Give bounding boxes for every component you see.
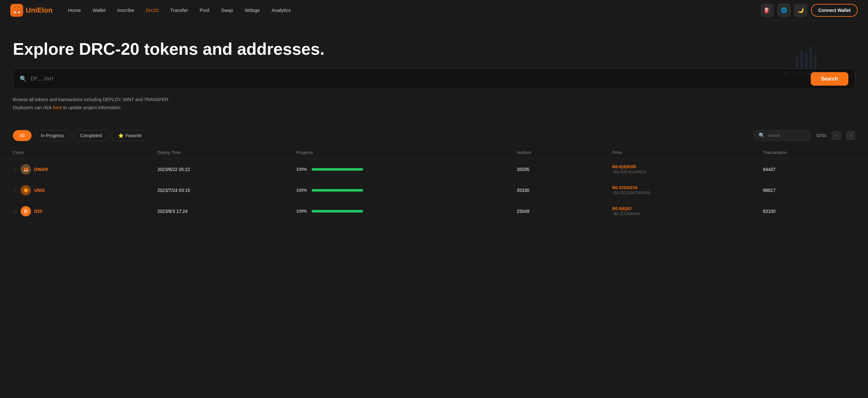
table-row: ☆ D D20 2023/6/3 17:24 100% 25049 Đ0.0{6… <box>0 201 868 221</box>
deploy-time-1: 2023/7/24 03:15 <box>145 180 283 201</box>
filter-all[interactable]: All <box>13 130 32 141</box>
filter-completed[interactable]: Completed <box>73 130 109 141</box>
filter-favorite[interactable]: ⭐ Favorite <box>112 130 149 141</box>
price-secondary-2: ≈$0.0{7}498469 <box>612 212 737 216</box>
prev-page-button[interactable]: ‹ <box>832 131 841 140</box>
pagination-info: 52/01 <box>816 133 827 138</box>
col-deploy-time: Deploy Time <box>145 146 283 159</box>
col-progress: Progress <box>283 146 504 159</box>
favorite-star-1[interactable]: ☆ <box>13 187 18 193</box>
col-coins: Coins <box>0 146 145 159</box>
deploy-time-2: 2023/6/3 17:24 <box>145 201 283 221</box>
coin-avatar-2: D <box>21 206 31 216</box>
progress-bar-0 <box>312 168 363 171</box>
col-transactions: Transactions <box>750 146 868 159</box>
logo-text: UniElon <box>26 6 53 14</box>
hero-title: Explore DRC-20 tokens and addresses. <box>13 40 855 58</box>
progress-cell-1: 100% <box>283 180 504 201</box>
watermark-bar <box>800 50 803 69</box>
watermark-bar <box>814 54 816 69</box>
star-icon: ⭐ <box>118 133 124 138</box>
col-holders: Holders <box>504 146 599 159</box>
progress-pct-2: 100% <box>296 209 308 213</box>
progress-fill-1 <box>312 189 363 192</box>
hero-desc-line1: Browse all tokens and transactions inclu… <box>13 96 855 104</box>
table-row: ☆ 🔶 UNIX 2023/7/24 03:15 100% 35330 Đ0.0… <box>0 180 868 201</box>
nav-drc20[interactable]: Drc20 <box>141 5 164 16</box>
price-secondary-1: ≈$0.00228587304088 <box>612 191 737 195</box>
logo[interactable]: 🦊 UniElon <box>10 4 53 17</box>
watermark-bar <box>796 56 799 69</box>
price-primary-1: Đ0.02530216 <box>612 185 737 190</box>
price-secondary-0: ≈$0.0{5}741264315 <box>612 170 737 174</box>
holders-0: 35595 <box>504 159 599 180</box>
token-table: Coins Deploy Time Progress Holders Price… <box>0 146 868 222</box>
filter-search-input[interactable] <box>768 133 806 138</box>
coin-cell-2: ☆ D D20 <box>0 201 145 221</box>
nav-pool[interactable]: Pool <box>194 5 214 16</box>
filter-in-progress[interactable]: In-Progress <box>34 130 71 141</box>
price-primary-0: Đ0.0{4}8205 <box>612 164 737 169</box>
navbar: 🦊 UniElon Home Wallet Inscribe Drc20 Tra… <box>0 0 868 21</box>
progress-bar-1 <box>312 189 363 192</box>
coin-avatar-0: 🦊 <box>21 164 31 175</box>
filter-search-box: 🔍 <box>754 130 811 141</box>
deploy-time-0: 2023/6/22 05:22 <box>145 159 283 180</box>
search-bar: 🔍 Search <box>13 69 855 89</box>
holders-1: 35330 <box>504 180 599 201</box>
coin-name-1[interactable]: UNIX <box>34 188 45 193</box>
price-cell-2: Đ0.0{6}83 ≈$0.0{7}498469 <box>599 201 750 221</box>
search-icon: 🔍 <box>20 75 27 83</box>
transactions-2: 63100 <box>750 201 868 221</box>
search-input[interactable] <box>31 76 811 82</box>
nav-transfer[interactable]: Transfer <box>165 5 193 16</box>
progress-cell-2: 100% <box>283 201 504 221</box>
progress-pct-0: 100% <box>296 167 308 172</box>
watermark-bars <box>796 47 816 69</box>
hero-desc-line2: Deployers can click here to update proje… <box>13 104 855 112</box>
nav-wdoge[interactable]: Wdoge <box>240 5 265 16</box>
nav-links: Home Wallet Inscribe Drc20 Transfer Pool… <box>63 5 761 16</box>
transactions-0: 64437 <box>750 159 868 180</box>
coin-cell-0: ☆ 🦊 DWAR <box>0 159 145 180</box>
table-row: ☆ 🦊 DWAR 2023/6/22 05:22 100% 35595 Đ0.0… <box>0 159 868 180</box>
theme-toggle-button[interactable]: 🌙 <box>794 4 807 17</box>
filter-right: 🔍 52/01 ‹ › <box>754 130 855 141</box>
holders-2: 25049 <box>504 201 599 221</box>
nav-home[interactable]: Home <box>63 5 86 16</box>
watermark: BLOCKBEATS <box>783 47 829 77</box>
col-price: Price <box>599 146 750 159</box>
progress-cell-0: 100% <box>283 159 504 180</box>
filters-row: All In-Progress Completed ⭐ Favorite 🔍 5… <box>0 125 868 146</box>
logo-icon: 🦊 <box>10 4 23 17</box>
nav-analytics[interactable]: Analytics <box>266 5 296 16</box>
progress-fill-0 <box>312 168 363 171</box>
price-cell-0: Đ0.0{4}8205 ≈$0.0{5}741264315 <box>599 159 750 180</box>
language-icon-button[interactable]: 🌐 <box>778 4 790 17</box>
watermark-bar <box>809 47 812 69</box>
filter-search-icon: 🔍 <box>758 132 765 139</box>
coin-name-0[interactable]: DWAR <box>34 167 48 172</box>
progress-fill-2 <box>312 210 363 213</box>
hero-section: Explore DRC-20 tokens and addresses. BLO… <box>0 21 868 125</box>
nav-swap[interactable]: Swap <box>216 5 238 16</box>
nav-wallet[interactable]: Wallet <box>87 5 111 16</box>
gas-icon-button[interactable]: ⛽ <box>761 4 774 17</box>
coin-name-2[interactable]: D20 <box>34 209 42 214</box>
price-primary-2: Đ0.0{6}83 <box>612 206 737 211</box>
favorite-star-0[interactable]: ☆ <box>13 166 18 172</box>
watermark-label: BLOCKBEATS <box>783 70 829 77</box>
favorite-star-2[interactable]: ☆ <box>13 208 18 214</box>
progress-pct-1: 100% <box>296 188 308 192</box>
here-link[interactable]: here <box>53 105 62 110</box>
progress-bar-2 <box>312 210 363 213</box>
transactions-1: 98817 <box>750 180 868 201</box>
coin-cell-1: ☆ 🔶 UNIX <box>0 180 145 201</box>
watermark-bar <box>805 53 807 69</box>
nav-right: ⛽ 🌐 🌙 Connect Wallet <box>761 4 858 17</box>
price-cell-1: Đ0.02530216 ≈$0.00228587304088 <box>599 180 750 201</box>
next-page-button[interactable]: › <box>846 131 855 140</box>
coin-avatar-1: 🔶 <box>21 185 31 195</box>
nav-inscribe[interactable]: Inscribe <box>112 5 140 16</box>
connect-wallet-button[interactable]: Connect Wallet <box>811 4 858 17</box>
